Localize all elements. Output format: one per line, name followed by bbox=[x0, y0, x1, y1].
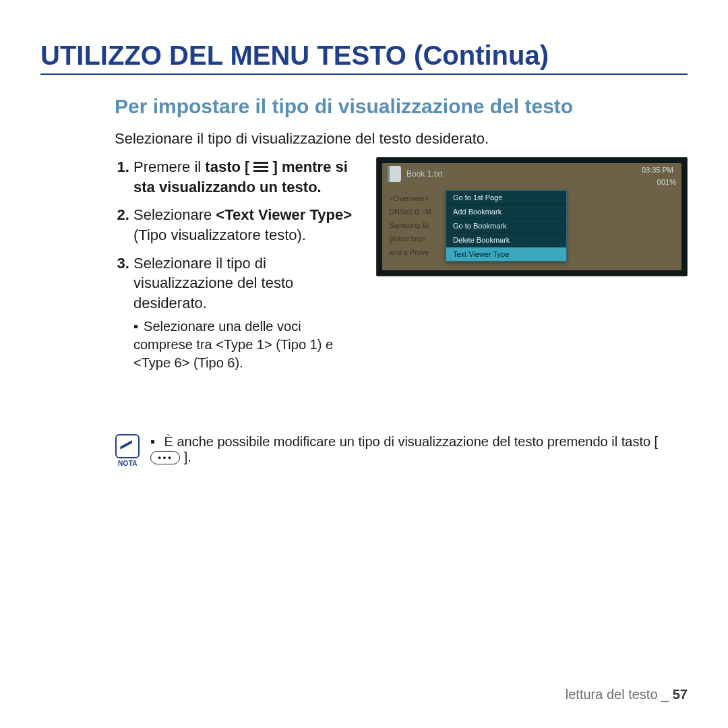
menu-item-goto-first: Go to 1st Page bbox=[446, 191, 566, 205]
note-text-b: ]. bbox=[180, 450, 191, 464]
menu-item-goto-bookmark: Go to Bookmark bbox=[446, 219, 566, 233]
note-badge: NOTA bbox=[115, 434, 141, 467]
section-subtitle: Per impostare il tipo di visualizzazione… bbox=[115, 95, 688, 118]
book-icon bbox=[388, 166, 401, 182]
step-2: Selezionare <Text Viewer Type> (Tipo vis… bbox=[133, 205, 361, 245]
steps-list: Premere il tasto [ ] mentre si sta visua… bbox=[115, 157, 361, 380]
step-2-c: (Tipo visualizzatore testo). bbox=[133, 226, 306, 243]
device-screenshot: 03:35 PM Book 1.txt 001% <Overview> DNSe… bbox=[376, 157, 688, 276]
menu-icon bbox=[253, 160, 268, 174]
step-1: Premere il tasto [ ] mentre si sta visua… bbox=[133, 157, 361, 197]
step-2-bold: <Text Viewer Type> bbox=[216, 206, 352, 223]
device-filename: Book 1.txt bbox=[406, 169, 442, 179]
page-title: UTILIZZO DEL MENU TESTO (Continua) bbox=[40, 40, 688, 75]
step-1-bold: tasto bbox=[205, 158, 241, 175]
note-text-a: È anche possibile modificare un tipo di … bbox=[164, 434, 659, 449]
step-1-open: [ bbox=[241, 158, 254, 175]
menu-item-add-bookmark: Add Bookmark bbox=[446, 205, 566, 219]
step-3-sub: Selezionare una delle voci comprese tra … bbox=[133, 317, 361, 372]
dots-key-icon bbox=[150, 451, 180, 464]
device-menu: Go to 1st Page Add Bookmark Go to Bookma… bbox=[446, 190, 567, 262]
menu-item-delete-bookmark: Delete Bookmark bbox=[446, 233, 566, 247]
intro-text: Selezionare il tipo di visualizzazione d… bbox=[115, 130, 688, 148]
footer-page-number: 57 bbox=[673, 687, 688, 702]
footer-section: lettura del testo _ bbox=[566, 687, 673, 702]
device-percent: 001% bbox=[657, 178, 676, 186]
note-block: NOTA È anche possibile modificare un tip… bbox=[115, 434, 688, 467]
step-3-sub-item: Selezionare una delle voci comprese tra … bbox=[133, 317, 361, 372]
step-2-a: Selezionare bbox=[133, 206, 216, 223]
page-footer: lettura del testo _ 57 bbox=[566, 687, 688, 702]
step-3-a: Selezionare il tipo di visualizzazione d… bbox=[133, 255, 293, 311]
note-label: NOTA bbox=[118, 460, 138, 467]
step-3: Selezionare il tipo di visualizzazione d… bbox=[133, 253, 361, 372]
note-text: È anche possibile modificare un tipo di … bbox=[150, 434, 688, 465]
note-icon bbox=[115, 434, 140, 458]
step-1-a: Premere il bbox=[133, 158, 205, 175]
menu-item-text-viewer-type: Text Viewer Type bbox=[446, 247, 566, 261]
